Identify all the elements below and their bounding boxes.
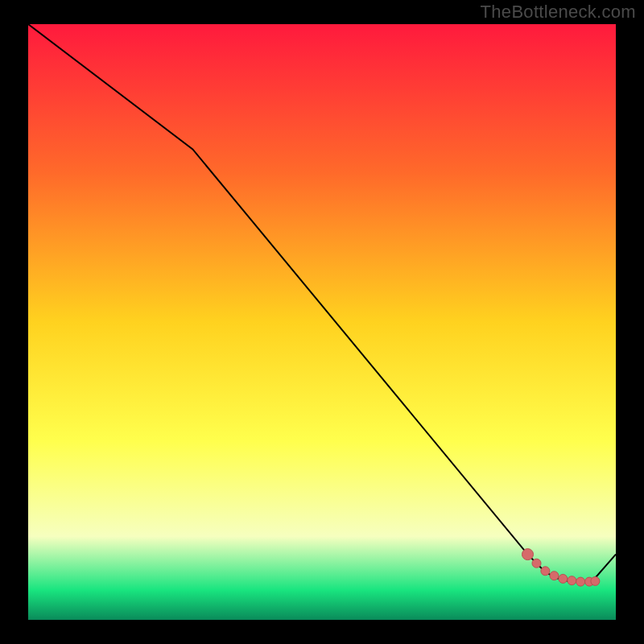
marker-point <box>591 576 600 585</box>
marker-point <box>576 577 585 586</box>
marker-point <box>550 572 559 580</box>
marker-point <box>532 559 541 568</box>
chart-frame: TheBottleneck.com <box>0 0 644 644</box>
plot-area <box>28 24 616 620</box>
marker-point <box>541 567 550 576</box>
marker-point <box>522 549 534 560</box>
watermark-text: TheBottleneck.com <box>481 2 636 23</box>
marker-point <box>568 576 576 585</box>
marker-point <box>559 574 568 583</box>
gradient-background <box>28 24 616 620</box>
chart-svg <box>28 24 616 620</box>
